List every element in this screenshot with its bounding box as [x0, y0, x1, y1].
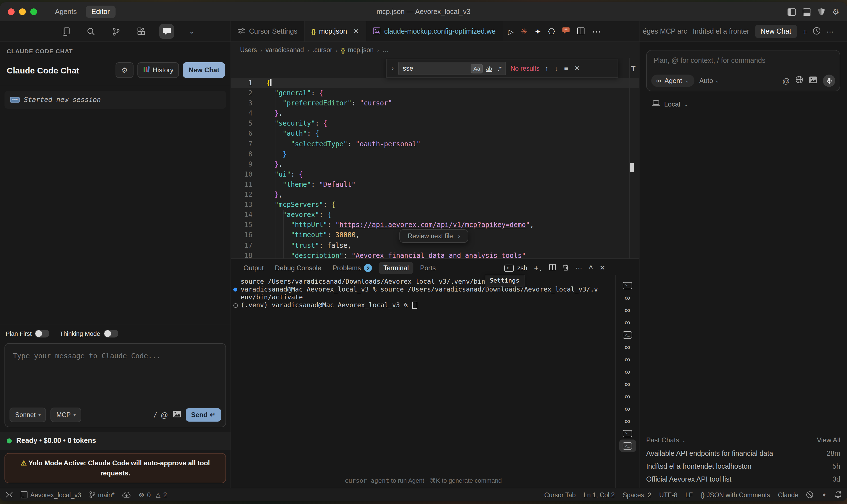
history-button[interactable]: History: [137, 62, 179, 78]
sparkle-icon[interactable]: ✦: [535, 27, 541, 36]
close-panel-icon[interactable]: ✕: [600, 264, 605, 272]
remote-indicator-icon[interactable]: [6, 492, 13, 498]
settings-gear-icon[interactable]: ⚙: [832, 7, 839, 16]
infinity-session-icon[interactable]: ∞: [619, 390, 636, 402]
infinity-session-icon[interactable]: ∞: [619, 353, 636, 365]
message-input[interactable]: Type your message to Claude Code...: [5, 344, 226, 368]
notifications-bell-icon[interactable]: [835, 491, 841, 498]
code-line[interactable]: 10 "ui": {: [231, 169, 639, 179]
attach-image-icon[interactable]: [809, 76, 817, 86]
chat-tab-new[interactable]: New Chat: [755, 25, 797, 38]
code-line[interactable]: 2 "general": {: [231, 88, 639, 98]
code-line[interactable]: 8 }: [231, 149, 639, 159]
message-composer[interactable]: Type your message to Claude Code... Sonn…: [4, 343, 226, 427]
project-name[interactable]: Aevorex_local_v3: [21, 491, 81, 498]
source-control-icon[interactable]: [109, 24, 123, 39]
cursor-tab-status[interactable]: Cursor Tab: [544, 491, 576, 498]
more-actions-icon[interactable]: ⋯: [592, 26, 601, 37]
tab-mcp-json[interactable]: {} mcp.json ✕: [304, 21, 366, 41]
history-clock-icon[interactable]: [813, 26, 821, 36]
whole-word-toggle[interactable]: ab: [483, 64, 494, 73]
infinity-session-icon[interactable]: ∞: [619, 341, 636, 353]
microphone-icon[interactable]: [823, 75, 835, 87]
code-line[interactable]: 18 "description": "Aevorex financial dat…: [231, 250, 639, 258]
eol-sequence[interactable]: LF: [685, 491, 693, 498]
regex-toggle[interactable]: .*: [496, 64, 504, 73]
model-picker[interactable]: Auto ⌄: [699, 77, 719, 85]
chat-more-icon[interactable]: ⋯: [827, 27, 833, 36]
past-chats-title[interactable]: Past Chats: [646, 436, 679, 444]
past-chat-item[interactable]: Official Aevorex API tool list3d: [646, 475, 840, 483]
model-select[interactable]: Sonnet▾: [10, 408, 46, 422]
extensions-icon[interactable]: [134, 24, 149, 39]
plan-first-toggle[interactable]: [35, 330, 50, 338]
shield-icon[interactable]: [818, 8, 825, 16]
code-line[interactable]: 1{: [231, 78, 639, 88]
find-widget[interactable]: › sse Aa ab .* No results ↑ ↓: [386, 59, 618, 78]
tab-cursor-settings[interactable]: Cursor Settings: [231, 21, 304, 41]
code-line[interactable]: 6 "auth": {: [231, 129, 639, 139]
review-next-file-tooltip[interactable]: Review next file ›: [400, 229, 469, 243]
infinity-session-icon[interactable]: ∞: [619, 291, 636, 304]
terminal-output[interactable]: source /Users/varadicsanad/Downloads/Aev…: [231, 275, 615, 488]
cursor-position[interactable]: Ln 1, Col 2: [584, 491, 615, 498]
git-branch[interactable]: main*: [89, 491, 115, 498]
expand-find-icon[interactable]: ›: [391, 65, 394, 72]
run-icon[interactable]: ▷: [508, 27, 513, 36]
chat-tab-2[interactable]: Indítsd el a fronter: [693, 28, 749, 35]
split-terminal-icon[interactable]: [549, 264, 556, 272]
minimize-window-button[interactable]: [19, 8, 26, 15]
terminal-session-icon[interactable]: >_: [619, 328, 636, 341]
mention-icon[interactable]: @: [782, 76, 790, 85]
view-all-link[interactable]: View All: [817, 436, 840, 444]
infinity-session-icon[interactable]: ∞: [619, 415, 636, 427]
terminal-more-icon[interactable]: ⋯: [576, 264, 582, 272]
code-line[interactable]: 15 "httpUrl": "https://api.aevorex.com/a…: [231, 220, 639, 230]
mode-tab-editor[interactable]: Editor: [86, 6, 115, 18]
code-line[interactable]: 9 },: [231, 159, 639, 169]
past-chat-item[interactable]: Indítsd el a frontendet localhoston5h: [646, 463, 840, 470]
terminal-session-icon[interactable]: >_: [619, 427, 636, 439]
mode-tab-agents[interactable]: Agents: [49, 6, 83, 18]
code-line[interactable]: 13 "mcpServers": {: [231, 200, 639, 210]
match-case-toggle[interactable]: Aa: [471, 64, 482, 73]
toggle-panel-icon[interactable]: [803, 8, 811, 15]
mention-icon[interactable]: @: [161, 411, 168, 419]
tab-debug-console[interactable]: Debug Console: [270, 262, 325, 274]
infinity-session-icon[interactable]: ∞: [619, 378, 636, 390]
code-editor[interactable]: 1{2 "general": {3 "preferredEditor": "cu…: [231, 58, 639, 258]
search-icon[interactable]: [84, 24, 98, 39]
sparkle-icon[interactable]: ✦: [822, 491, 827, 499]
code-line[interactable]: 3 "preferredEditor": "cursor": [231, 98, 639, 108]
chevron-down-icon[interactable]: ⌄: [184, 24, 199, 39]
claude-icon[interactable]: ✳: [521, 27, 527, 36]
slash-command-icon[interactable]: /: [154, 411, 156, 419]
scrollbar-track[interactable]: [629, 58, 630, 258]
code-line[interactable]: 14 "aevorex": {: [231, 210, 639, 220]
code-line[interactable]: 5 "security": {: [231, 119, 639, 129]
files-icon[interactable]: [58, 24, 73, 39]
model-indicator[interactable]: Claude: [778, 491, 798, 498]
chat-settings-button[interactable]: ⚙: [116, 62, 134, 78]
code-line[interactable]: 7 "selectedType": "oauth-personal": [231, 139, 639, 149]
new-chat-plus-icon[interactable]: +: [802, 26, 808, 36]
new-chat-button[interactable]: New Chat: [183, 62, 225, 78]
mcp-select[interactable]: MCP▾: [51, 408, 81, 422]
indentation[interactable]: Spaces: 2: [623, 491, 651, 498]
openai-icon[interactable]: ⎔: [548, 27, 555, 36]
chat-icon[interactable]: [159, 24, 174, 39]
machine-select[interactable]: Local ⌄: [652, 100, 847, 108]
infinity-session-icon[interactable]: ∞: [619, 402, 636, 415]
tab-ports[interactable]: Ports: [416, 262, 440, 274]
code-line[interactable]: 11 "theme": "Default": [231, 179, 639, 190]
next-match-icon[interactable]: ↓: [555, 65, 558, 72]
infinity-session-icon[interactable]: ∞: [619, 365, 636, 378]
close-tab-icon[interactable]: ✕: [353, 28, 359, 35]
tab-claude-mockup[interactable]: claude-mockup.config-optimized.we: [366, 21, 502, 41]
problems-summary[interactable]: ⊗0 △2: [139, 491, 167, 499]
toggle-sidebar-icon[interactable]: [788, 8, 796, 15]
chat-tab-1[interactable]: éges MCP arc: [643, 28, 687, 35]
agent-mode-select[interactable]: ∞ Agent ⌄: [651, 75, 694, 87]
tab-output[interactable]: Output: [239, 262, 268, 274]
maximize-panel-icon[interactable]: ^: [589, 264, 593, 272]
